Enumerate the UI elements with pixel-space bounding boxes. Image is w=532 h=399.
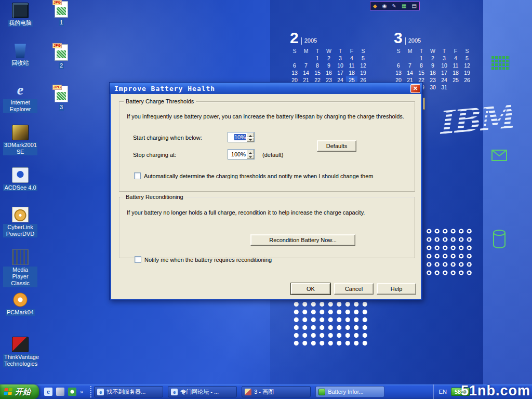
pen-icon[interactable]: ✎ [392, 4, 396, 9]
calendar-day: 17 [438, 69, 450, 76]
calendar-day-header: M [300, 47, 312, 55]
powerdvd-icon [12, 207, 29, 222]
spinner-up-icon[interactable] [247, 132, 254, 137]
calendar-day: 25 [450, 76, 461, 84]
calendar-day: 18 [450, 69, 461, 76]
quicklaunch-internet-explorer-icon[interactable]: e [44, 388, 52, 396]
defaults-button[interactable]: Defaults [317, 140, 356, 152]
taskbar-task-ie-window-1[interactable]: e找不到服务器... [94, 386, 163, 397]
windows-logo-icon [4, 388, 13, 396]
thresholds-description: If you infrequently use battery power, y… [127, 113, 410, 119]
task-label: 3 - 画图 [254, 388, 274, 396]
desktop-icon-pcmark04[interactable]: PCMark04 [3, 292, 37, 316]
desktop-icon-media-player-classic[interactable]: Media Player Classic [3, 249, 37, 287]
calendar-day-header: S [289, 47, 300, 55]
calendar-day: 2 [427, 55, 438, 62]
quick-launch: e» [39, 388, 88, 396]
auto-thresholds-checkbox[interactable] [134, 172, 141, 179]
desktop-icon-3dmark2001[interactable]: 3DMark2001 SE [3, 125, 37, 155]
calendar-day: 11 [346, 62, 357, 69]
help-button[interactable]: Help [377, 283, 416, 295]
quicklaunch-show-desktop-icon[interactable] [56, 388, 64, 396]
calendar-2-2005: 22005SMTWTFS1234567891011121314151617181… [289, 28, 369, 91]
calendar-day: 5 [357, 55, 369, 62]
group-title: Battery Charge Thresholds [124, 98, 196, 104]
grid-icon[interactable]: ▦ [402, 4, 406, 9]
quicklaunch-media-player-icon[interactable] [68, 388, 76, 396]
calendar-day: 14 [300, 69, 312, 76]
keyboard-icon [491, 56, 510, 70]
start-charging-spinner[interactable]: 10% [228, 132, 255, 142]
start-button[interactable]: 开始 [0, 384, 39, 399]
calendar-day: 4 [450, 55, 461, 62]
calendar-day-header: S [357, 47, 369, 55]
calendar-day-header: W [323, 47, 335, 55]
group-title: Battery Reconditioning [124, 194, 185, 200]
cancel-button[interactable]: Cancel [334, 283, 374, 295]
spinner-down-icon[interactable] [247, 154, 254, 159]
calendar-day-header: F [450, 47, 461, 55]
battery-reconditioning-group: Battery Reconditioning [119, 197, 415, 258]
calendar-day: 7 [404, 62, 416, 69]
desktop-icon-powerdvd[interactable]: CyberLink PowerDVD [3, 207, 37, 237]
desktop-icon-label: 3DMark2001 SE [3, 142, 37, 155]
calendar-empty-cell [393, 55, 404, 62]
task-label: 找不到服务器... [107, 388, 145, 396]
spinner-down-icon[interactable] [247, 137, 254, 142]
spinner-up-icon[interactable] [247, 150, 254, 154]
calendar-day: 13 [289, 69, 300, 76]
recondition-battery-button[interactable]: Recondition Battery Now... [250, 234, 355, 246]
calendar-day: 7 [300, 62, 312, 69]
calendar-month: 2 [290, 31, 299, 45]
quicklaunch-overflow-icon[interactable]: » [80, 389, 83, 395]
file-type-badge: JPG [52, 43, 62, 48]
taskbar-task-paint-window[interactable]: 3 - 画图 [242, 386, 311, 397]
desktop-icon-label: Media Player Classic [3, 267, 37, 287]
desktop-icon-recycle-bin[interactable]: 回收站 [3, 43, 37, 66]
desktop-file-3[interactable]: JPG3 [47, 86, 76, 111]
desktop-icon-my-computer[interactable]: 我的电脑 [3, 3, 37, 26]
taskbar-task-battery-window[interactable]: Battery Infor... [315, 386, 384, 397]
ok-button[interactable]: OK [291, 283, 330, 295]
calendar-day: 17 [335, 69, 346, 76]
start-charging-value: 10% [228, 132, 247, 142]
desktop-icon-acdsee[interactable]: ACDSee 4.0 [3, 167, 37, 191]
my-computer-icon [12, 3, 29, 18]
calendar-day: 8 [312, 62, 323, 69]
stop-charging-value: 100% [228, 150, 247, 159]
calendar-header: 22005 [290, 28, 369, 45]
thinkvantage-icon [12, 337, 29, 352]
calendar-day: 23 [427, 76, 438, 84]
calendar-day: 1 [312, 55, 323, 62]
desktop-icon-thinkvantage[interactable]: ThinkVantage Technologies [3, 337, 37, 367]
calendar-day: 6 [393, 62, 404, 69]
calendar-day: 30 [427, 84, 438, 91]
desktop-icon-label: 我的电脑 [8, 20, 33, 26]
close-icon[interactable]: ✕ [410, 84, 420, 93]
floating-toolbar[interactable]: ◆◉✎▦▤ [370, 2, 420, 10]
notify-reconditioning-checkbox[interactable] [135, 256, 141, 263]
calendar-day: 2 [323, 55, 335, 62]
reconditioning-description: If your battery no longer holds a full c… [127, 209, 410, 216]
desktop-file-2[interactable]: JPG2 [47, 44, 76, 69]
default-note: (default) [262, 152, 283, 158]
calendar-year: 2005 [405, 37, 421, 45]
power-icon[interactable]: ◆ [373, 4, 377, 9]
desktop-icon-label: ThinkVantage Technologies [3, 354, 37, 367]
language-indicator[interactable]: EN [439, 389, 447, 395]
calendar-day-header: T [335, 47, 346, 55]
capture-icon[interactable]: ◉ [382, 4, 387, 9]
taskbar-task-ie-window-2[interactable]: e专门网论坛 - ... [168, 386, 237, 397]
stop-charging-spinner[interactable]: 100% [228, 149, 255, 159]
calendar-3-2005: 32005SMTWTFS1234567891011121314151617181… [393, 28, 473, 91]
ibm-logo: IBM [436, 101, 514, 139]
desktop-icon-internet-explorer[interactable]: eInternet Explorer [3, 82, 37, 113]
calendar-empty-cell [289, 55, 300, 62]
desktop-file-1[interactable]: JPG1 [47, 1, 76, 26]
ie-icon: e [97, 389, 104, 395]
dialog-title: Improve Battery Health [114, 85, 410, 92]
notes-icon[interactable]: ▤ [411, 4, 416, 9]
calendar-day: 31 [438, 84, 450, 91]
dialog-titlebar[interactable]: Improve Battery Health ✕ [110, 83, 422, 94]
calendar-day: 13 [393, 69, 404, 76]
